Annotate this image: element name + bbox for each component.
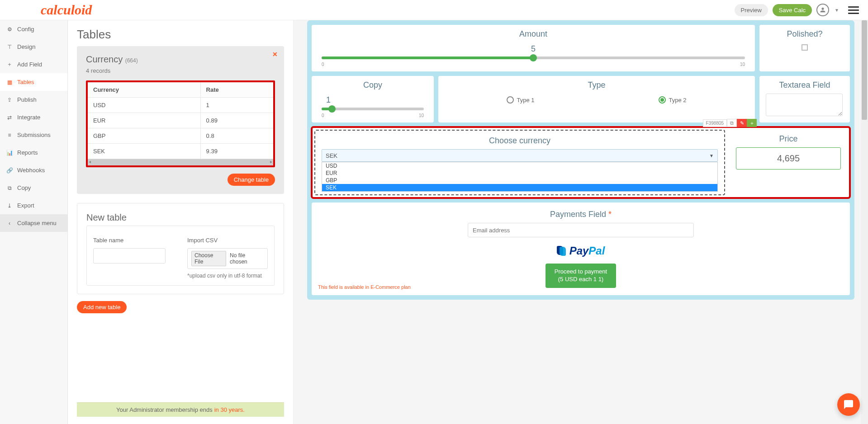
- textarea-input[interactable]: [766, 94, 843, 116]
- sidebar-item-add-field[interactable]: ＋Add Field: [0, 56, 67, 73]
- sidebar-label: Integrate: [17, 114, 40, 121]
- hamburger-menu[interactable]: [848, 6, 859, 14]
- collapse-label: Collapse menu: [17, 220, 57, 226]
- sidebar-item-tables[interactable]: ▦Tables: [0, 73, 67, 91]
- sidebar-item-design[interactable]: ⊤Design: [0, 38, 67, 56]
- currency-table-highlight: Currency Rate USD1EUR0.89GBP0.8SEK9.39 ◂…: [86, 80, 275, 167]
- field-edit-button[interactable]: ✎: [737, 119, 747, 127]
- sidebar-icon: ⚙: [6, 26, 13, 33]
- sidebar-label: Webhooks: [17, 167, 45, 174]
- slider-thumb[interactable]: [328, 105, 336, 113]
- scroll-left-icon: ◂: [89, 159, 91, 164]
- price-value: 4,695: [736, 147, 841, 170]
- preview-button[interactable]: Preview: [735, 4, 768, 16]
- type-title: Type: [445, 80, 749, 90]
- field-add-button[interactable]: ＋: [747, 119, 757, 127]
- scrollbar-thumb[interactable]: [862, 20, 867, 120]
- proceed-payment-button[interactable]: Proceed to payment(5 USD each 1 1): [545, 264, 616, 288]
- paypal-logo: PayPal: [319, 245, 843, 257]
- copy-title: Copy: [318, 80, 427, 90]
- record-count: 4 records: [86, 67, 275, 74]
- polished-checkbox[interactable]: [802, 44, 808, 51]
- copy-value: 1: [322, 95, 424, 105]
- table-name-input[interactable]: [93, 248, 166, 264]
- email-input[interactable]: [468, 223, 694, 237]
- ecommerce-note: This field is available in E-Commerce pl…: [318, 284, 411, 290]
- sidebar-label: Submissions: [17, 132, 51, 138]
- chevron-down-icon: ▼: [709, 153, 714, 158]
- currency-option-gbp[interactable]: GBP: [322, 177, 717, 184]
- sidebar-item-export[interactable]: ⤓Export: [0, 197, 67, 214]
- save-calc-button[interactable]: Save Calc: [773, 4, 812, 16]
- field-id: F398805: [703, 119, 727, 127]
- price-title: Price: [736, 134, 841, 144]
- sidebar-icon: ▦: [6, 79, 13, 85]
- user-menu[interactable]: [816, 4, 829, 16]
- radio-type-1[interactable]: Type 1: [507, 96, 534, 104]
- sidebar-item-submissions[interactable]: ≡Submissions: [0, 126, 67, 144]
- currency-title: Choose currency: [322, 136, 718, 146]
- sidebar-label: Publish: [17, 96, 37, 103]
- page-scrollbar[interactable]: [861, 20, 868, 424]
- payments-title: Payments Field *: [319, 210, 843, 219]
- amount-slider[interactable]: [322, 57, 745, 59]
- sidebar-item-config[interactable]: ⚙Config: [0, 20, 67, 38]
- sidebar-item-copy[interactable]: ⧉Copy: [0, 179, 67, 197]
- chat-icon: [843, 399, 854, 410]
- sidebar-label: Add Field: [17, 61, 42, 68]
- file-input-wrap[interactable]: Choose File No file chosen: [187, 248, 268, 269]
- paypal-icon: [557, 246, 567, 256]
- sidebar-icon: ⤓: [6, 203, 13, 209]
- radio-icon: [507, 96, 514, 104]
- currency-option-sek[interactable]: SEK: [322, 184, 717, 191]
- page-title: Tables: [77, 28, 284, 42]
- sidebar-icon: ≡: [6, 132, 13, 138]
- amount-title: Amount: [318, 29, 749, 39]
- sidebar-label: Reports: [17, 149, 38, 156]
- currency-table-name: Currency: [86, 54, 123, 64]
- sidebar-label: Tables: [17, 79, 34, 85]
- currency-option-eur[interactable]: EUR: [322, 170, 717, 177]
- chat-button[interactable]: [837, 393, 860, 416]
- col-rate: Rate: [200, 82, 273, 98]
- currency-option-usd[interactable]: USD: [322, 162, 717, 170]
- logo[interactable]: calculoid: [41, 2, 92, 18]
- sidebar-item-integrate[interactable]: ⇄Integrate: [0, 108, 67, 126]
- import-csv-label: Import CSV: [187, 237, 268, 244]
- slider-thumb[interactable]: [530, 54, 537, 61]
- user-icon: [819, 6, 826, 14]
- polished-title: Polished?: [766, 29, 844, 39]
- table-row[interactable]: SEK9.39: [88, 144, 273, 159]
- table-row[interactable]: EUR0.89: [88, 113, 273, 128]
- table-row[interactable]: GBP0.8: [88, 128, 273, 144]
- currency-select[interactable]: SEK ▼: [322, 149, 718, 162]
- sidebar-icon: ⧉: [6, 185, 13, 191]
- close-icon[interactable]: ✕: [272, 51, 278, 58]
- user-caret-icon: ▼: [835, 8, 839, 13]
- radio-type-2[interactable]: Type 2: [659, 96, 686, 104]
- choose-file-button[interactable]: Choose File: [191, 251, 226, 266]
- currency-panel: ✕ Currency (664) 4 records Currency Rate…: [77, 46, 284, 194]
- membership-footer: Your Administrator membership endsin 30 …: [77, 402, 284, 417]
- copy-slider[interactable]: [322, 108, 424, 110]
- sidebar-item-webhooks[interactable]: 🔗Webhooks: [0, 161, 67, 179]
- add-new-table-button[interactable]: Add new table: [77, 301, 127, 313]
- no-file-label: No file chosen: [230, 252, 264, 265]
- sidebar: ⚙Config⊤Design＋Add Field▦Tables⇪Publish⇄…: [0, 20, 68, 424]
- textarea-title: Textarea Field: [766, 80, 844, 90]
- table-name-label: Table name: [93, 237, 174, 244]
- col-currency: Currency: [88, 82, 200, 98]
- field-copy-button[interactable]: ⧉: [727, 119, 737, 127]
- table-row[interactable]: USD1: [88, 98, 273, 113]
- sidebar-icon: ⇪: [6, 97, 13, 103]
- scroll-right-icon: ▸: [270, 159, 272, 164]
- sidebar-item-reports[interactable]: 📊Reports: [0, 144, 67, 161]
- sidebar-icon: 📊: [6, 150, 13, 156]
- sidebar-icon: ⇄: [6, 114, 13, 121]
- collapse-menu[interactable]: ‹ Collapse menu: [0, 214, 67, 232]
- new-table-title: New table: [86, 212, 275, 223]
- change-table-button[interactable]: Change table: [228, 174, 275, 186]
- table-horiz-scroll[interactable]: ◂ ▸: [88, 159, 273, 165]
- sidebar-label: Design: [17, 43, 35, 50]
- sidebar-item-publish[interactable]: ⇪Publish: [0, 91, 67, 108]
